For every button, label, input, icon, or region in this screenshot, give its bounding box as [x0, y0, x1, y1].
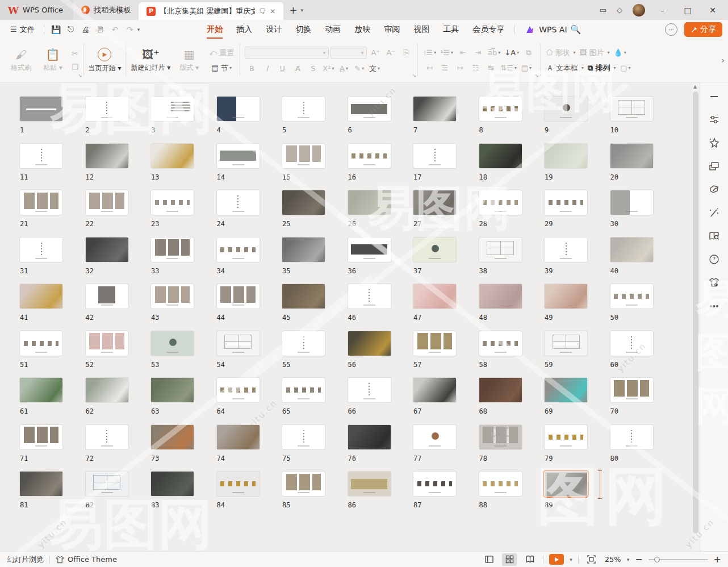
slide-thumbnail-68[interactable]: [479, 378, 522, 402]
normal-view-icon[interactable]: [482, 553, 496, 566]
slide-thumbnail-11[interactable]: [20, 144, 62, 168]
slide-thumbnail-84[interactable]: [217, 472, 260, 496]
text-direction-icon[interactable]: ↓A▾: [503, 47, 520, 59]
paragraph-settings-icon[interactable]: ▤▾: [520, 62, 533, 74]
slideshow-play-button[interactable]: [549, 554, 564, 565]
save-icon[interactable]: 💾: [49, 25, 64, 34]
scrollbar-thumb[interactable]: [693, 91, 698, 533]
increase-indent-icon[interactable]: ⇥: [471, 47, 485, 59]
slide-thumbnail-55[interactable]: [282, 331, 325, 356]
slide-thumbnail-56[interactable]: [348, 331, 391, 356]
slide-thumbnail-46[interactable]: [348, 284, 391, 308]
slide-thumbnail-80[interactable]: [610, 425, 653, 449]
ribbon-expand-icon[interactable]: ›: [721, 56, 725, 65]
slide-thumbnail-63[interactable]: [151, 378, 194, 402]
slide-thumbnail-29[interactable]: [545, 190, 587, 215]
clear-format-icon[interactable]: ⎘: [399, 47, 413, 59]
output-icon[interactable]: ⎋: [64, 24, 78, 34]
copy-icon[interactable]: ❐: [72, 62, 79, 72]
slide-thumbnail-19[interactable]: [545, 144, 587, 168]
slide-thumbnail-83[interactable]: [151, 472, 194, 496]
play-options-dropdown-icon[interactable]: ▾: [570, 557, 572, 562]
slide-thumbnail-40[interactable]: [610, 237, 653, 262]
slide-thumbnail-60[interactable]: [610, 331, 653, 356]
slide-thumbnail-20[interactable]: [610, 144, 653, 168]
align-left-icon[interactable]: ↤: [422, 62, 436, 74]
fit-to-window-icon[interactable]: [584, 553, 599, 566]
undo-icon[interactable]: ↶: [108, 25, 123, 34]
slide-thumbnail-71[interactable]: [20, 425, 62, 449]
slide-thumbnail-53[interactable]: [151, 331, 194, 356]
section-button[interactable]: ▤ 节▾: [208, 62, 235, 74]
zoom-out-button[interactable]: −: [635, 554, 642, 565]
menu-tab-设计[interactable]: 设计: [260, 22, 287, 37]
menu-tab-插入[interactable]: 插入: [231, 22, 258, 37]
menu-tab-工具[interactable]: 工具: [437, 22, 465, 37]
integration-box-icon[interactable]: ◇: [617, 6, 622, 14]
menu-tab-放映[interactable]: 放映: [349, 22, 376, 37]
user-avatar[interactable]: [633, 4, 645, 16]
slide-thumbnail-44[interactable]: [217, 284, 260, 308]
slide-thumbnail-21[interactable]: [20, 190, 62, 215]
slide-thumbnail-45[interactable]: [282, 284, 325, 308]
slide-thumbnail-38[interactable]: [479, 237, 522, 262]
slide-thumbnail-6[interactable]: [348, 97, 391, 121]
slide-thumbnail-79[interactable]: [545, 425, 587, 449]
comment-icon[interactable]: 🗨: [259, 7, 266, 15]
file-menu-button[interactable]: ☰ 文件: [6, 24, 39, 35]
menu-tab-切换[interactable]: 切换: [290, 22, 317, 37]
align-right-icon[interactable]: ↦: [453, 62, 467, 74]
slide-thumbnail-81[interactable]: [20, 472, 62, 496]
cut-icon[interactable]: ✂: [72, 49, 79, 58]
superscript-icon[interactable]: X²▾: [321, 63, 335, 74]
underline-icon[interactable]: U: [275, 63, 289, 74]
convert-smartart-icon[interactable]: ⧉: [522, 47, 535, 59]
slide-thumbnail-82[interactable]: [86, 472, 128, 496]
font-dialog-launcher-icon[interactable]: ↘: [412, 73, 417, 78]
feedback-icon[interactable]: ⋯: [665, 23, 677, 36]
slide-thumbnail-86[interactable]: [348, 472, 391, 496]
wps-ai-button[interactable]: WPS AI: [525, 25, 567, 34]
tab-active-document[interactable]: P 【北京集美组 梁建国】重庆文 🗨 ✕: [139, 2, 283, 20]
slide-thumbnail-49[interactable]: [545, 284, 587, 308]
slide-thumbnail-37[interactable]: [413, 237, 456, 262]
paste-button[interactable]: 📋 粘贴 ▾: [40, 48, 66, 73]
layout-button[interactable]: ▦ 版式 ▾: [176, 48, 202, 73]
vertical-scrollbar[interactable]: ▲: [692, 82, 700, 551]
slide-thumbnail-85[interactable]: [282, 472, 325, 496]
menu-tab-会员专享[interactable]: 会员专享: [467, 22, 510, 37]
scroll-up-icon[interactable]: ▲: [693, 84, 697, 89]
slide-thumbnail-9[interactable]: [545, 97, 587, 121]
slide-thumbnail-1[interactable]: [20, 97, 62, 121]
shapes-button[interactable]: ⬠ 形状▾: [545, 47, 576, 59]
arrange-button[interactable]: ⧉ 排列▾: [587, 62, 617, 74]
help-icon[interactable]: ?: [708, 252, 721, 266]
outline-color-icon[interactable]: ▢▾: [618, 62, 632, 74]
print-icon[interactable]: 🖨: [78, 25, 93, 34]
font-color-icon[interactable]: A▾: [337, 63, 350, 74]
slide-thumbnail-32[interactable]: [86, 237, 128, 262]
slide-thumbnail-10[interactable]: [610, 97, 653, 121]
slide-thumbnail-50[interactable]: [610, 284, 653, 308]
tab-docer-templates[interactable]: 找稻壳模板: [73, 0, 139, 20]
format-painter-button[interactable]: 🖌 格式刷: [8, 48, 34, 73]
slide-thumbnail-33[interactable]: [151, 237, 194, 262]
slide-thumbnail-65[interactable]: [282, 378, 325, 402]
paragraph-dialog-launcher-icon[interactable]: ↘: [535, 73, 539, 78]
slide-thumbnail-51[interactable]: [20, 331, 62, 356]
slide-thumbnail-88[interactable]: [479, 472, 522, 496]
slide-thumbnail-34[interactable]: [217, 237, 260, 262]
menu-tab-动画[interactable]: 动画: [319, 22, 346, 37]
close-window-button[interactable]: ✕: [705, 6, 720, 15]
collapse-handle-icon[interactable]: [708, 89, 721, 103]
slide-thumbnail-3[interactable]: [151, 97, 194, 121]
slide-thumbnail-43[interactable]: [151, 284, 194, 308]
shadow-icon[interactable]: S: [306, 63, 320, 74]
slide-thumbnail-22[interactable]: [86, 190, 128, 215]
increase-font-icon[interactable]: A⁺: [369, 47, 382, 59]
slide-thumbnail-48[interactable]: [479, 284, 522, 308]
maximize-button[interactable]: □: [680, 6, 695, 15]
slide-sorter-canvas[interactable]: 1234567891011121314151617181920212223242…: [0, 82, 692, 551]
slide-thumbnail-2[interactable]: [86, 97, 128, 121]
slide-thumbnail-64[interactable]: [217, 378, 260, 402]
